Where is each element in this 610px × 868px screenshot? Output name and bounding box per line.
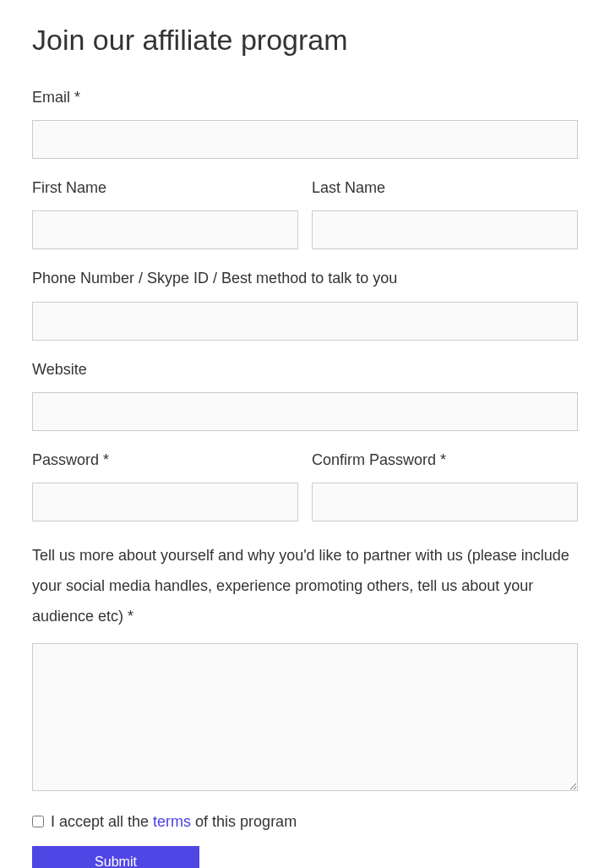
password-field[interactable] xyxy=(32,483,298,521)
password-label: Password * xyxy=(32,450,298,471)
website-field[interactable] xyxy=(32,392,578,431)
last-name-field[interactable] xyxy=(312,210,578,249)
first-name-field[interactable] xyxy=(32,210,298,249)
terms-link[interactable]: terms xyxy=(153,813,191,830)
phone-label: Phone Number / Skype ID / Best method to… xyxy=(32,268,578,289)
first-name-label: First Name xyxy=(32,177,298,199)
last-name-label: Last Name xyxy=(312,177,578,199)
submit-button[interactable]: Submit xyxy=(32,846,199,868)
confirm-password-field[interactable] xyxy=(312,483,578,521)
about-label: Tell us more about yourself and why you'… xyxy=(32,540,578,631)
terms-checkbox[interactable] xyxy=(32,816,44,827)
email-field[interactable] xyxy=(32,120,578,159)
affiliate-form: Email * First Name Last Name Phone Numbe… xyxy=(32,87,578,868)
page-title: Join our affiliate program xyxy=(32,24,578,57)
about-field[interactable] xyxy=(32,643,578,791)
confirm-password-label: Confirm Password * xyxy=(312,450,578,471)
terms-prefix: I accept all the xyxy=(51,813,153,830)
terms-suffix: of this program xyxy=(191,813,297,830)
email-label: Email * xyxy=(32,87,578,108)
terms-text: I accept all the terms of this program xyxy=(51,813,297,831)
website-label: Website xyxy=(32,359,578,380)
phone-field[interactable] xyxy=(32,302,578,341)
